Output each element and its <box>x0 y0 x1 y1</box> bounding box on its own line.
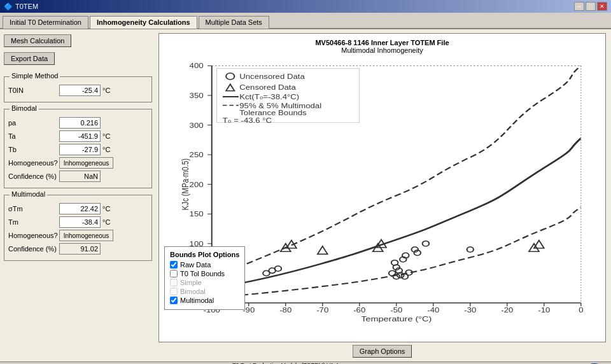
svg-text:350: 350 <box>190 92 204 99</box>
svg-point-54 <box>423 241 430 246</box>
simple-row[interactable]: Simple <box>170 279 239 286</box>
bounds-plot-options: Bounds Plot Options Raw Data T0 Tol Boun… <box>164 246 245 310</box>
svg-text:400: 400 <box>190 62 204 70</box>
svg-text:T₀ = -43.6 °C: T₀ = -43.6 °C <box>223 117 272 125</box>
t0-tol-checkbox[interactable] <box>170 270 178 277</box>
tab-initial-t0[interactable]: Initial T0 Determination <box>3 16 88 29</box>
multimodal-confidence-label: Confidence (%) <box>8 245 59 253</box>
tab-inhomogeneity[interactable]: Inhomogeneity Calculations <box>90 16 197 29</box>
graph-options-bar: Graph Options <box>158 342 606 359</box>
multimodal-homogeneous-value: Inhomogeneous <box>59 230 113 241</box>
svg-text:-70: -70 <box>316 307 329 314</box>
footer-text: T0 Test Evaluation Module (TOTEM) V1.4 C… <box>232 361 356 364</box>
multimodal-homogeneous-label: Homogeneous? <box>8 232 59 239</box>
svg-text:0: 0 <box>579 307 584 314</box>
simple-checkbox[interactable] <box>170 279 178 286</box>
ta-label: Ta <box>8 132 59 140</box>
svg-point-64 <box>275 266 282 271</box>
multimodal-label: Multimodal <box>180 297 214 304</box>
tb-label: Tb <box>8 146 59 153</box>
mesh-calc-button[interactable]: Mesh Calculation <box>4 34 71 47</box>
simple-method-group: Simple Method T0IN -25.4 °C <box>4 76 152 102</box>
right-panel: MV50466-8 1146 Inner Layer TOTEM File Mu… <box>156 29 611 361</box>
chart-title-line2: Multimodal Inhomogeneity <box>159 46 605 55</box>
close-button[interactable]: ✕ <box>597 2 607 11</box>
bimodal-homogeneous-label: Homogeneous? <box>8 159 59 167</box>
t0in-unit: °C <box>102 87 110 94</box>
bimodal-row[interactable]: Bimodal <box>170 288 239 295</box>
window-title: T0TEM <box>15 3 38 10</box>
svg-text:Kct(T₀=-38.4°C): Kct(T₀=-38.4°C) <box>239 94 299 101</box>
raw-data-checkbox[interactable] <box>170 261 178 269</box>
graph-options-button[interactable]: Graph Options <box>353 345 412 358</box>
tm-input[interactable]: -38.4 <box>59 216 101 228</box>
svg-text:KJc (MPa·m0.5): KJc (MPa·m0.5) <box>179 158 190 210</box>
t0in-label: T0IN <box>8 87 59 94</box>
title-bar: 🔷 T0TEM ─ □ ✕ <box>0 0 611 13</box>
minimize-button[interactable]: ─ <box>574 2 584 11</box>
bimodal-confidence-value: NaN <box>59 171 101 182</box>
sigma-tm-unit: °C <box>102 205 110 213</box>
sigma-tm-label: σTm <box>8 205 59 213</box>
svg-text:150: 150 <box>190 211 204 218</box>
simple-method-title: Simple Method <box>10 72 60 80</box>
ta-input[interactable]: -451.9 <box>59 130 101 142</box>
svg-marker-57 <box>318 246 328 254</box>
svg-point-70 <box>467 247 474 252</box>
svg-text:-80: -80 <box>279 307 292 314</box>
bimodal-label: Bimodal <box>180 288 206 295</box>
chart-title-line1: MV50466-8 1146 Inner Layer TOTEM File <box>159 36 605 46</box>
tb-unit: °C <box>102 146 110 153</box>
bounds-title: Bounds Plot Options <box>170 251 239 258</box>
t0-tol-label: T0 Tol Bounds <box>180 270 225 277</box>
t0in-input[interactable]: -25.4 <box>59 85 101 96</box>
bimodal-checkbox[interactable] <box>170 288 178 295</box>
tm-label: Tm <box>8 218 59 226</box>
svg-text:Tolerance Bounds: Tolerance Bounds <box>239 109 307 116</box>
svg-text:-20: -20 <box>501 307 514 314</box>
raw-data-label: Raw Data <box>180 261 211 269</box>
svg-text:Censored Data: Censored Data <box>239 83 296 91</box>
svg-text:200: 200 <box>190 181 204 188</box>
maximize-button[interactable]: □ <box>586 2 596 11</box>
bimodal-homogeneous-value: Inhomogeneous <box>59 157 113 169</box>
tb-input[interactable]: -27.9 <box>59 144 101 155</box>
tab-bar: Initial T0 Determination Inhomogeneity C… <box>0 13 611 29</box>
bimodal-title: Bimodal <box>10 104 39 112</box>
chart-area: MV50466-8 1146 Inner Layer TOTEM File Mu… <box>158 33 606 342</box>
pa-input[interactable]: 0.216 <box>59 117 101 129</box>
tab-multiple-data[interactable]: Multiple Data Sets <box>199 16 269 29</box>
bimodal-group: Bimodal pa 0.216 Ta -451.9 °C Tb -27.9 °… <box>4 109 152 188</box>
multimodal-group: Multimodal σTm 22.42 °C Tm -38.4 °C Homo… <box>4 195 152 261</box>
pa-label: pa <box>8 119 59 127</box>
svg-point-65 <box>389 270 396 276</box>
app-icon: 🔷 <box>4 3 13 11</box>
svg-text:-50: -50 <box>390 307 403 314</box>
export-data-button[interactable]: Export Data <box>4 52 55 65</box>
bimodal-confidence-label: Confidence (%) <box>8 172 59 180</box>
svg-text:-30: -30 <box>464 307 477 314</box>
svg-text:250: 250 <box>190 151 204 159</box>
simple-label: Simple <box>180 279 202 286</box>
svg-text:Uncensored Data: Uncensored Data <box>239 73 305 80</box>
svg-text:-60: -60 <box>353 307 366 314</box>
footer-line1: T0 Test Evaluation Module (TOTEM) V1.4 <box>232 361 356 364</box>
tm-unit: °C <box>102 218 110 226</box>
multimodal-title: Multimodal <box>10 190 47 198</box>
svg-text:Temperature (°C): Temperature (°C) <box>361 314 432 323</box>
main-content: Mesh Calculation Export Data Simple Meth… <box>0 29 611 361</box>
multimodal-row[interactable]: Multimodal <box>170 297 239 304</box>
multimodal-checkbox[interactable] <box>170 297 178 304</box>
ta-unit: °C <box>102 132 110 140</box>
t0-tol-row[interactable]: T0 Tol Bounds <box>170 270 239 277</box>
svg-text:-40: -40 <box>427 307 440 314</box>
raw-data-row[interactable]: Raw Data <box>170 261 239 269</box>
svg-text:-10: -10 <box>538 307 551 314</box>
footer: T0 Test Evaluation Module (TOTEM) V1.4 C… <box>0 361 611 364</box>
sigma-tm-input[interactable]: 22.42 <box>59 203 101 214</box>
left-panel: Mesh Calculation Export Data Simple Meth… <box>0 29 156 361</box>
multimodal-confidence-value: 91.02 <box>59 243 101 255</box>
svg-text:300: 300 <box>190 122 204 129</box>
